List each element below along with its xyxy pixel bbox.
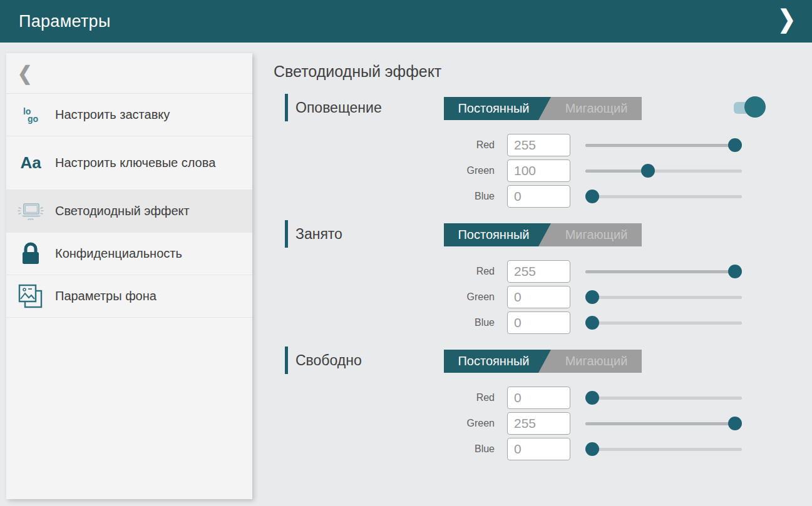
green-row: Green [274,286,749,308]
lock-icon [6,241,55,266]
slider-fill [585,144,735,147]
sidebar-item-keywords[interactable]: Aa Настроить ключевые слова [6,136,252,190]
slider-track [585,448,742,451]
free-mode-tabs: Постоянный Мигающий [444,350,642,373]
settings-sidebar: ❮ lo go Настроить заставку Aa Настроить … [6,53,252,499]
sidebar-item-screensaver[interactable]: lo go Настроить заставку [6,94,252,136]
blue-input[interactable] [507,438,570,460]
green-input[interactable] [507,159,570,182]
slider-track [585,195,742,198]
blue-input[interactable] [507,311,570,334]
green-label: Green [419,159,495,182]
slider-fill [585,170,648,173]
slider-fill [585,422,735,425]
green-slider[interactable] [585,286,742,308]
red-row: Red [274,260,749,283]
section-accent-bar [285,220,288,248]
sidebar-item-label: Светодиодный эффект [55,203,200,220]
logo-icon: lo go [6,108,55,123]
tab-solid[interactable]: Постоянный [444,97,551,120]
slider-fill [585,270,735,273]
red-label: Red [419,260,495,283]
section-name: Свободно [296,347,362,374]
slider-track [585,296,742,299]
display-icon [6,200,55,223]
blue-label: Blue [419,438,495,460]
section-accent-bar [285,347,288,374]
sidebar-item-label: Настроить заставку [55,106,180,123]
alert-mode-tabs: Постоянный Мигающий [444,97,642,120]
app-bar: Параметры ❯ [0,0,812,43]
green-input[interactable] [507,286,570,308]
red-label: Red [419,134,495,156]
red-label: Red [419,387,495,409]
slider-track [585,321,742,325]
section-alert: Оповещение Постоянный Мигающий Red Green… [274,94,774,213]
red-input[interactable] [507,134,570,156]
green-slider[interactable] [585,412,742,435]
slider-thumb[interactable] [641,164,655,178]
tab-blinking[interactable]: Мигающий [551,223,642,246]
section-accent-bar [285,94,288,121]
red-slider[interactable] [585,260,742,283]
green-label: Green [419,286,495,308]
red-input[interactable] [507,387,570,409]
sidebar-item-background[interactable]: Параметры фона [6,275,252,318]
blue-slider[interactable] [585,438,742,460]
slider-track [585,397,742,400]
tab-blinking[interactable]: Мигающий [551,350,642,373]
green-slider[interactable] [585,159,742,182]
sidebar-item-label: Конфиденциальность [55,245,192,262]
slider-thumb[interactable] [728,417,742,430]
green-row: Green [274,159,749,182]
red-row: Red [274,387,749,409]
blue-row: Blue [274,185,749,208]
page-title: Параметры [19,12,111,31]
forward-chevron-icon[interactable]: ❯ [773,4,801,33]
alert-toggle[interactable] [734,95,766,119]
slider-thumb[interactable] [728,265,742,278]
section-name: Оповещение [296,94,382,121]
section-name: Занято [296,220,342,248]
slider-thumb[interactable] [585,316,599,330]
section-busy: Занято Постоянный Мигающий Red Green Blu… [274,220,774,339]
images-icon [6,283,55,310]
slider-thumb[interactable] [585,190,599,203]
text-aa-icon: Aa [6,153,55,173]
red-input[interactable] [507,260,570,283]
green-label: Green [419,412,495,435]
blue-slider[interactable] [585,185,742,208]
tab-solid[interactable]: Постоянный [444,350,551,373]
red-slider[interactable] [585,134,742,156]
red-slider[interactable] [585,387,742,409]
sidebar-item-led-effect[interactable]: Светодиодный эффект [6,190,252,233]
tab-solid[interactable]: Постоянный [444,223,551,246]
sidebar-item-label: Настроить ключевые слова [55,154,225,171]
slider-thumb[interactable] [585,442,599,456]
section-free: Свободно Постоянный Мигающий Red Green B… [274,347,774,465]
blue-slider[interactable] [585,311,742,334]
toggle-thumb [744,96,766,118]
sidebar-back-row[interactable]: ❮ [6,53,252,94]
slider-thumb[interactable] [585,290,599,304]
blue-label: Blue [419,311,495,334]
blue-label: Blue [419,185,495,208]
blue-row: Blue [274,311,749,334]
sidebar-item-label: Параметры фона [55,288,167,305]
sidebar-item-privacy[interactable]: Конфиденциальность [6,233,252,275]
slider-thumb[interactable] [728,138,742,152]
blue-row: Blue [274,438,749,460]
tab-blinking[interactable]: Мигающий [551,97,642,120]
back-chevron-icon: ❮ [18,62,32,84]
slider-thumb[interactable] [585,391,599,405]
busy-mode-tabs: Постоянный Мигающий [444,223,642,246]
red-row: Red [274,134,749,156]
blue-input[interactable] [507,185,570,208]
green-input[interactable] [507,412,570,435]
content-title: Светодиодный эффект [274,63,441,81]
green-row: Green [274,412,749,435]
